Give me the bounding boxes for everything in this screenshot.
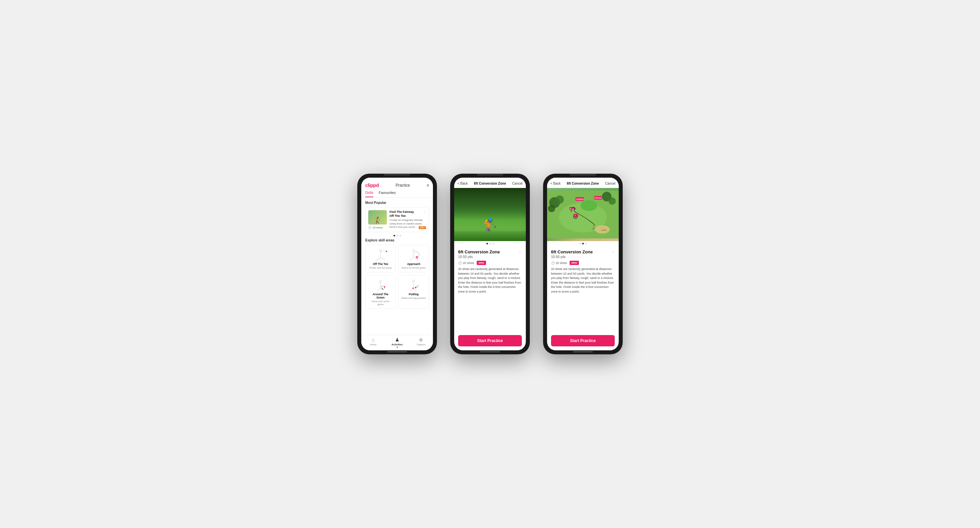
- svg-point-25: [412, 287, 414, 289]
- title-row-3: 6ft Conversion Zone 10-50 yds ☆: [551, 249, 615, 259]
- home-bar: [387, 351, 407, 353]
- cancel-button-3[interactable]: Cancel: [605, 182, 616, 185]
- atg-skill-name: Around The Green: [368, 293, 393, 299]
- trees-bg: [454, 188, 526, 220]
- nav-activities[interactable]: ♟ Activities: [385, 337, 409, 348]
- svg-point-11: [380, 281, 382, 282]
- back-button-3[interactable]: < Back: [550, 182, 561, 185]
- main-content: Most Popular 🏌️ Find The Fairway Off The…: [361, 198, 433, 335]
- dot-2: [396, 235, 398, 236]
- nav-home[interactable]: ⌂ Home: [361, 337, 385, 348]
- ott-skill-desc: Power and accuracy: [369, 266, 392, 269]
- nav-capture[interactable]: ⊕ Capture: [409, 337, 433, 348]
- drill-range-3: 10-50 yds: [551, 255, 593, 259]
- dot-2: [582, 243, 584, 244]
- capture-label: Capture: [417, 343, 426, 346]
- tab-favourites[interactable]: Favourites: [379, 191, 395, 197]
- home-label: Home: [370, 343, 377, 346]
- approach-skill-desc: Dial-in to hit the green: [401, 266, 426, 269]
- drill-meta-row-3: 🕐 20 shots ARG: [551, 261, 615, 265]
- phone-1: clippd Practice ≡ Drills Favourites Most…: [357, 174, 437, 354]
- carousel-indicator-3: [547, 243, 619, 244]
- course-map: SAND FAIRWAY ROUGH Miss: [547, 188, 619, 241]
- svg-point-35: [581, 200, 597, 211]
- favourite-star-icon-3[interactable]: ☆: [611, 249, 615, 254]
- svg-point-19: [413, 280, 415, 282]
- notch: [477, 174, 503, 175]
- home-bar: [573, 351, 593, 353]
- skill-card-ott[interactable]: Off The Tee Power and accuracy: [365, 245, 396, 272]
- app-logo: clippd: [365, 182, 379, 188]
- svg-line-13: [377, 288, 380, 291]
- drill-detail-title: 6ft Conversion Zone: [458, 249, 500, 254]
- atg-icon: [372, 278, 389, 291]
- drill-range: 10-50 yds: [458, 255, 500, 259]
- drill-photo: 🏌️: [454, 188, 526, 241]
- drill-detail-content: 6ft Conversion Zone 10-50 yds ☆ 🕐 20 sho…: [454, 246, 526, 335]
- favourite-star-icon[interactable]: ☆: [518, 249, 522, 254]
- notch: [384, 174, 410, 175]
- svg-point-10: [416, 256, 417, 257]
- svg-point-34: [608, 198, 616, 205]
- drill-detail-title-3: 6ft Conversion Zone: [551, 249, 593, 254]
- screen-2: < Back 6ft Conversion Zone Cancel 🏌️: [454, 178, 526, 350]
- skill-grid: Off The Tee Power and accuracy: [365, 245, 429, 309]
- skill-card-approach[interactable]: Approach Dial-in to hit the green: [398, 245, 429, 272]
- drill-detail-content-3: 6ft Conversion Zone 10-50 yds ☆ 🕐 20 sho…: [547, 246, 619, 335]
- menu-icon[interactable]: ≡: [426, 183, 429, 188]
- drill-subtitle: Off The Tee: [390, 214, 426, 218]
- svg-point-46: [575, 216, 576, 217]
- svg-text:SAND: SAND: [601, 229, 606, 231]
- title-row: 6ft Conversion Zone 10-50 yds ☆: [458, 249, 522, 259]
- dot-2: [489, 243, 491, 244]
- approach-skill-name: Approach: [407, 262, 420, 266]
- home-icon: ⌂: [372, 337, 375, 342]
- atg-skill-desc: Hone your short game: [368, 300, 393, 306]
- featured-drill-card[interactable]: 🏌️ Find The Fairway Off The Tee Create a…: [365, 207, 429, 232]
- svg-point-17: [382, 288, 383, 289]
- skill-card-atg[interactable]: Around The Green Hone your short game: [365, 275, 396, 309]
- clock-icon-sm-3: 🕐: [551, 262, 555, 265]
- svg-line-8: [414, 257, 418, 260]
- category-tag-3: ARG: [570, 261, 579, 265]
- most-popular-label: Most Popular: [365, 201, 429, 204]
- back-button[interactable]: < Back: [458, 182, 468, 185]
- activities-label: Activities: [391, 343, 402, 346]
- title-block-3: 6ft Conversion Zone 10-50 yds: [551, 249, 593, 259]
- start-practice-button-3[interactable]: Start Practice: [551, 335, 615, 346]
- header-title: Practice: [395, 183, 410, 188]
- tab-bar: Drills Favourites: [361, 191, 433, 198]
- capture-icon: ⊕: [419, 337, 423, 342]
- svg-text:FAIRWAY: FAIRWAY: [576, 198, 584, 200]
- cancel-button[interactable]: Cancel: [512, 182, 522, 185]
- svg-text:ROUGH: ROUGH: [595, 197, 601, 199]
- drill-metadata: 🕐 10 shots OTT: [368, 225, 426, 229]
- drill-meta-row: 🕐 20 shots ARG: [458, 261, 522, 265]
- title-block: 6ft Conversion Zone 10-50 yds: [458, 249, 500, 259]
- detail-header-title: 6ft Conversion Zone: [474, 182, 506, 185]
- svg-point-0: [380, 250, 382, 252]
- dot-3: [585, 243, 587, 244]
- favourite-star-icon[interactable]: ☆: [423, 210, 426, 214]
- shots-count-3: 🕐 20 shots: [551, 262, 567, 265]
- image-overlay: [454, 228, 526, 241]
- svg-line-3: [380, 258, 385, 260]
- skill-card-putting[interactable]: Putting Make and lag practice: [398, 275, 429, 309]
- bottom-navigation: ⌂ Home ♟ Activities ⊕ Capture: [361, 335, 433, 350]
- start-practice-button[interactable]: Start Practice: [458, 335, 522, 346]
- svg-line-21: [410, 289, 414, 291]
- svg-point-31: [555, 195, 564, 204]
- clock-icon-sm: 🕐: [458, 262, 462, 265]
- svg-point-5: [413, 250, 415, 252]
- notch: [570, 174, 596, 175]
- phone-2: < Back 6ft Conversion Zone Cancel 🏌️: [450, 174, 530, 354]
- carousel-indicator-2: [454, 243, 526, 244]
- phone-3: < Back 6ft Conversion Zone Cancel SAND: [543, 174, 623, 354]
- drill-description-text: 20 shots are randomly generated at dista…: [458, 267, 522, 294]
- svg-text:🏌️: 🏌️: [591, 225, 597, 230]
- screen-3: < Back 6ft Conversion Zone Cancel SAND: [547, 178, 619, 350]
- svg-point-16: [384, 286, 385, 287]
- svg-line-7: [410, 257, 414, 261]
- svg-point-18: [381, 286, 382, 287]
- tab-drills[interactable]: Drills: [365, 191, 373, 197]
